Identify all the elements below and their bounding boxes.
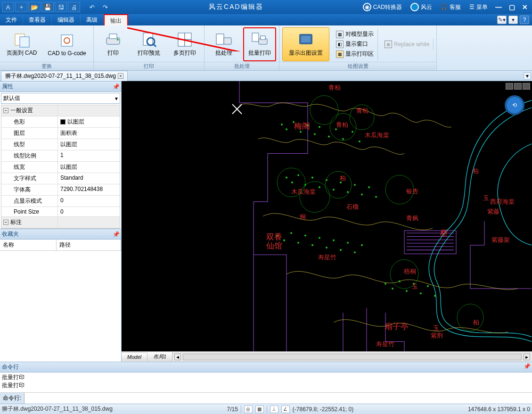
undo-icon[interactable]: ↶ [86, 2, 98, 12]
svg-rect-18 [252, 33, 259, 41]
tab-model[interactable]: Model [122, 353, 147, 361]
svg-point-63 [326, 247, 327, 248]
help-button[interactable]: ? [520, 16, 529, 24]
open-icon[interactable]: 📂 [28, 2, 41, 12]
svg-point-47 [319, 186, 320, 188]
tab-layout1[interactable]: 布局1 [147, 352, 172, 361]
minimize-button[interactable]: — [493, 2, 504, 12]
horizontal-scrollbar[interactable]: ◂ ▸ [172, 354, 532, 360]
status-snap-icon[interactable]: ◎ [244, 406, 253, 413]
new-icon[interactable]: ＋ [15, 2, 27, 12]
canvas-close-icon[interactable] [523, 83, 530, 90]
view-cube-button[interactable]: ⟲ [505, 95, 524, 115]
svg-point-68 [361, 244, 363, 246]
properties-header: 属性📌 [0, 81, 121, 92]
canvas-toolbar [506, 83, 530, 90]
section-annotation[interactable]: −标注 [1, 217, 120, 228]
print-icon[interactable]: 🖨 [68, 2, 80, 12]
prop-row[interactable]: 线型以图层 [1, 139, 120, 150]
prop-row[interactable]: 文字样式Standard [1, 173, 120, 184]
prop-row[interactable]: 线型比例1 [1, 150, 120, 162]
prop-row[interactable]: 图层面积表 [1, 128, 120, 139]
menu-file[interactable]: 文件 [0, 14, 23, 25]
favorites-header: 收藏夹📌 [0, 229, 121, 240]
ribbon: 页面到 CAD CAD to G-code 变换 打印 打印预览 多页打印 打印… [0, 25, 532, 71]
prop-row[interactable]: 点显示模式0 [1, 196, 120, 207]
maximize-button[interactable]: ▢ [507, 2, 517, 12]
converter-icon: ◉ [363, 3, 371, 11]
fav-col-name[interactable]: 名称 [0, 240, 57, 250]
status-ortho-icon[interactable]: ⊥ [270, 406, 278, 413]
cad-to-gcode-button[interactable]: CAD to G-code [43, 27, 90, 61]
show-window-button[interactable]: ◧显示窗口 [334, 40, 376, 49]
expand-button[interactable]: ▾ [508, 16, 518, 24]
page-to-cad-button[interactable]: 页面到 CAD [3, 27, 41, 61]
section-general[interactable]: −一般设置 [1, 105, 120, 116]
cad-text-label: 青枫 [406, 214, 418, 223]
tab-close-icon[interactable]: × [118, 73, 123, 79]
canvas-max-icon[interactable] [514, 83, 522, 90]
batch-print-button[interactable]: 批量打印 [243, 27, 276, 61]
cad-text-label: 玉 [412, 282, 418, 291]
save-icon[interactable]: 💾 [41, 2, 54, 12]
command-input[interactable] [25, 393, 532, 404]
multi-page-print-button[interactable]: 多页打印 [168, 27, 201, 61]
cad-text-label: 青柏 [356, 107, 368, 115]
scroll-right-icon[interactable]: ▸ [524, 354, 530, 360]
prop-row[interactable]: 线宽以图层 [1, 162, 120, 173]
svg-point-61 [311, 244, 313, 246]
pin-icon[interactable]: 📌 [113, 231, 119, 238]
fav-col-path[interactable]: 路径 [57, 240, 121, 250]
cad-text-label: 桐 [300, 213, 306, 221]
close-button[interactable]: ✕ [520, 2, 530, 12]
group-batch-label: 批处理 [205, 62, 279, 70]
status-grid-icon[interactable]: ▦ [255, 406, 264, 413]
batch-process-button[interactable]: 批处理 [207, 27, 240, 61]
menu-viewer[interactable]: 查看器 [23, 14, 52, 25]
style-dropdown[interactable]: ✎▾ [497, 16, 507, 24]
cad-drawing [122, 81, 532, 351]
pin-icon[interactable]: 📌 [524, 363, 530, 370]
cad-text-label: 青柏 [336, 121, 348, 129]
app-icon[interactable]: A [2, 2, 14, 12]
cad-text-label: 柏 [340, 174, 346, 182]
svg-point-75 [427, 285, 429, 287]
scroll-track[interactable] [183, 354, 522, 360]
cad-text-label: 仙馆 [266, 240, 282, 251]
status-polar-icon[interactable]: ∠ [281, 406, 290, 413]
cmd-line: 批量打印 [2, 373, 530, 381]
cad-canvas[interactable]: 青柏青柏梅阁青柏木瓜海棠柏柏银杏木瓜海棠玉西府海棠石榴紫藤桐青枫桥双香紫藤架仙馆… [122, 81, 532, 351]
properties-selector[interactable]: 默认值▾ [1, 93, 120, 104]
support-button[interactable]: 🎧客服 [438, 2, 464, 12]
save-pdf-icon[interactable]: 🖫 [55, 2, 67, 12]
show-model-display-button[interactable]: ▦对模型显示 [334, 30, 376, 39]
cad-converter-button[interactable]: ◉CAD转换器 [360, 2, 405, 12]
svg-rect-20 [261, 36, 265, 40]
tab-list-button[interactable]: ▾ [524, 72, 531, 80]
menu-editor[interactable]: 编辑器 [52, 14, 81, 25]
menu-button[interactable]: ☰菜单 [467, 2, 491, 12]
cad-text-label: 西府海棠 [490, 198, 515, 206]
collapse-icon[interactable]: − [3, 220, 8, 225]
prop-row[interactable]: 色彩以图层 [1, 116, 120, 128]
menu-advanced[interactable]: 高级 [81, 14, 104, 25]
show-print-area-button[interactable]: ▦显示打印区 [334, 50, 376, 58]
prop-row[interactable]: Point Size0 [1, 207, 120, 217]
cad-text-label: 梅阁 [294, 121, 310, 132]
prop-row[interactable]: 字体高7290.702148438 [1, 184, 120, 196]
print-button[interactable]: 打印 [97, 27, 130, 61]
brand-button[interactable]: 风云 [408, 2, 435, 12]
document-tab[interactable]: 狮子林.dwg2020-07-27_11_11_38_015.dwg× [1, 71, 128, 81]
svg-point-35 [314, 133, 316, 135]
menu-output[interactable]: 输出 [104, 14, 128, 25]
collapse-icon[interactable]: − [3, 108, 8, 113]
pin-icon[interactable]: 📌 [113, 83, 119, 90]
show-plot-settings-button[interactable]: 显示出图设置 [282, 27, 329, 61]
canvas-min-icon[interactable] [506, 83, 513, 90]
replace-white-button[interactable]: ▣Replace white [383, 40, 431, 49]
redo-icon[interactable]: ↷ [99, 2, 111, 12]
cad-text-label: 寿星竹 [376, 340, 394, 348]
svg-rect-4 [61, 35, 73, 46]
scroll-left-icon[interactable]: ◂ [174, 354, 181, 360]
print-preview-button[interactable]: 打印预览 [132, 27, 165, 61]
